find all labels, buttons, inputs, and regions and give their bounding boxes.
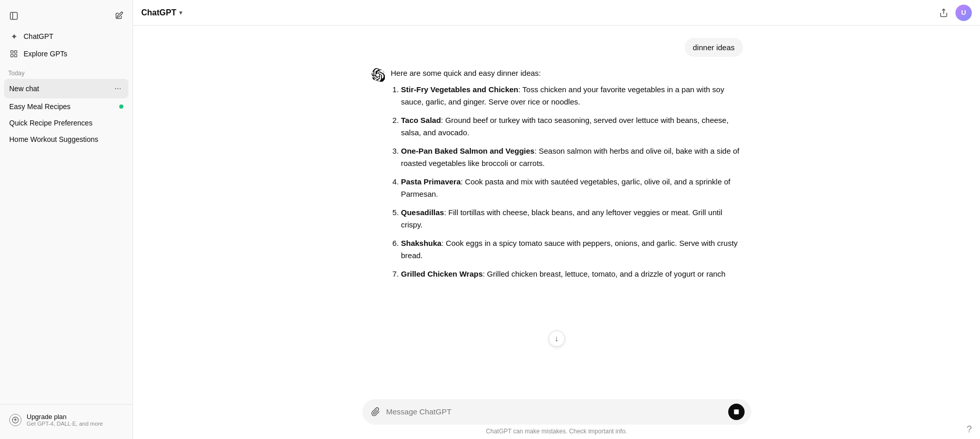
dinner-ideas-list: Stir-Fry Vegetables and Chicken: Toss ch… xyxy=(391,83,743,280)
assistant-message: Here are some quick and easy dinner idea… xyxy=(371,67,743,286)
chat-item-quick-recipe[interactable]: Quick Recipe Preferences xyxy=(4,115,128,131)
toggle-sidebar-button[interactable] xyxy=(6,8,21,24)
sidebar-explore-label: Explore GPTs xyxy=(24,50,68,58)
svg-rect-3 xyxy=(14,51,17,53)
chat-item-home-workout-label: Home Workout Suggestions xyxy=(9,135,123,143)
user-message: dinner ideas xyxy=(371,38,743,57)
chat-list: New chat ··· Easy Meal Recipes Quick Rec… xyxy=(0,79,133,148)
chat-item-new-label: New chat xyxy=(9,85,113,93)
assistant-content: Here are some quick and easy dinner idea… xyxy=(391,67,743,286)
list-item: Grilled Chicken Wraps: Grilled chicken b… xyxy=(401,268,743,280)
sidebar-nav: ✦ ChatGPT Explore GPTs xyxy=(0,26,133,65)
chat-item-new[interactable]: New chat ··· xyxy=(4,79,128,98)
list-item: Taco Salad: Ground beef or turkey with t… xyxy=(401,114,743,139)
scroll-down-button[interactable]: ↓ xyxy=(549,330,565,347)
sidebar-chatgpt-label: ChatGPT xyxy=(24,32,53,40)
sidebar-item-explore[interactable]: Explore GPTs xyxy=(4,45,128,62)
new-chat-icon-button[interactable] xyxy=(111,8,126,24)
sidebar-item-chatgpt[interactable]: ✦ ChatGPT xyxy=(4,28,128,45)
sidebar-bottom: Upgrade plan Get GPT-4, DALL·E, and more xyxy=(0,404,133,435)
chatgpt-nav-icon: ✦ xyxy=(9,32,18,41)
svg-rect-4 xyxy=(11,54,13,57)
chat-item-easy-meal-label: Easy Meal Recipes xyxy=(9,102,119,111)
svg-rect-9 xyxy=(734,409,738,414)
header-title: ChatGPT xyxy=(141,8,176,17)
chat-item-easy-meal[interactable]: Easy Meal Recipes xyxy=(4,98,128,115)
scroll-wrapper: dinner ideas Here are some quick and eas… xyxy=(133,26,980,393)
main-header: ChatGPT ▾ U xyxy=(133,0,980,26)
chat-messages: dinner ideas Here are some quick and eas… xyxy=(362,38,751,297)
chevron-down-icon: ▾ xyxy=(179,9,183,16)
stop-button[interactable] xyxy=(728,404,745,420)
share-button[interactable] xyxy=(937,6,950,19)
list-item: Shakshuka: Cook eggs in a spicy tomato s… xyxy=(401,237,743,262)
sidebar: ✦ ChatGPT Explore GPTs Today New chat ··… xyxy=(0,0,133,439)
sidebar-top xyxy=(0,4,133,26)
chat-item-dot xyxy=(119,104,123,109)
upgrade-text-block: Upgrade plan Get GPT-4, DALL·E, and more xyxy=(27,413,103,427)
user-bubble: dinner ideas xyxy=(685,38,743,57)
upgrade-icon xyxy=(9,414,21,426)
list-item: Pasta Primavera: Cook pasta and mix with… xyxy=(401,176,743,200)
list-item: Quesadillas: Fill tortillas with cheese,… xyxy=(401,206,743,231)
chat-item-home-workout[interactable]: Home Workout Suggestions xyxy=(4,131,128,148)
list-item: One-Pan Baked Salmon and Veggies: Season… xyxy=(401,145,743,170)
input-area: ChatGPT can make mistakes. Check importa… xyxy=(133,393,980,439)
chat-item-more-button[interactable]: ··· xyxy=(113,83,123,94)
upgrade-plan-label: Upgrade plan xyxy=(27,413,103,421)
chatgpt-icon xyxy=(371,68,385,82)
svg-rect-0 xyxy=(10,12,17,19)
list-item: Stir-Fry Vegetables and Chicken: Toss ch… xyxy=(401,83,743,108)
upgrade-plan-button[interactable]: Upgrade plan Get GPT-4, DALL·E, and more xyxy=(4,409,128,431)
header-left: ChatGPT ▾ xyxy=(141,8,183,17)
help-button[interactable]: ? xyxy=(967,424,972,435)
header-right: U xyxy=(937,5,972,21)
message-input[interactable] xyxy=(386,406,724,418)
sidebar-section-today: Today xyxy=(0,65,133,79)
chat-item-quick-recipe-label: Quick Recipe Preferences xyxy=(9,119,123,127)
input-container xyxy=(362,399,751,425)
upgrade-plan-sub: Get GPT-4, DALL·E, and more xyxy=(27,421,103,427)
main-panel: ChatGPT ▾ U dinner ideas xyxy=(133,0,980,439)
svg-rect-2 xyxy=(11,51,13,53)
avatar[interactable]: U xyxy=(955,5,972,21)
assistant-intro: Here are some quick and easy dinner idea… xyxy=(391,67,743,79)
attach-button[interactable] xyxy=(369,405,382,419)
svg-rect-5 xyxy=(14,54,17,57)
footer-note: ChatGPT can make mistakes. Check importa… xyxy=(486,425,627,437)
explore-nav-icon xyxy=(9,49,18,58)
